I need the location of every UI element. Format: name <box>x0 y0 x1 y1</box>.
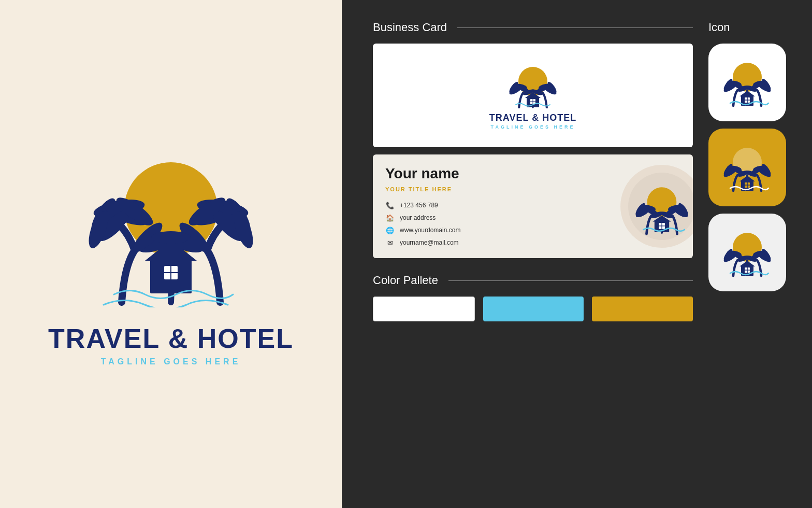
main-brand-name: TRAVEL & HOTEL <box>48 323 294 354</box>
color-section-divider <box>448 280 693 281</box>
mail-icon: ✉ <box>385 238 395 247</box>
main-logo-graphic <box>72 142 269 307</box>
business-card-title: Business Card <box>373 21 447 34</box>
card-front-brand: TRAVEL & HOTEL <box>489 112 576 123</box>
main-tagline: TAGLINE GOES HERE <box>101 357 241 366</box>
svg-marker-101 <box>740 261 755 266</box>
color-swatch-blue <box>483 297 584 321</box>
color-palette-header: Color Pallete <box>373 274 693 287</box>
home-icon: 🏠 <box>385 213 395 222</box>
card-website: 🌐 www.yourdomain.com <box>385 225 460 235</box>
icon-section-title: Icon <box>708 21 730 34</box>
left-panel: TRAVEL & HOTEL TAGLINE GOES HERE <box>0 0 342 508</box>
section-divider <box>457 27 693 28</box>
business-card-front: TRAVEL & HOTEL TAGLINE GOES HERE <box>373 44 693 147</box>
card-back-info: Your name YOUR TITLE HERE 📞 +123 456 789… <box>385 165 460 247</box>
phone-icon: 📞 <box>385 201 395 210</box>
svg-marker-85 <box>740 176 755 181</box>
business-card-back: Your name YOUR TITLE HERE 📞 +123 456 789… <box>373 154 693 258</box>
color-swatch-gold <box>592 297 693 321</box>
globe-icon: 🌐 <box>385 225 395 235</box>
color-swatches <box>373 297 693 321</box>
card-address: 🏠 your address <box>385 213 460 222</box>
right-main-content: Business Card <box>373 21 693 492</box>
color-palette-title: Color Pallete <box>373 274 438 287</box>
icon-box-white-2 <box>708 214 786 291</box>
icons-sidebar: Icon <box>708 21 791 492</box>
card-front-tagline: TAGLINE GOES HERE <box>491 124 575 130</box>
card-back-title: YOUR TITLE HERE <box>385 186 460 192</box>
right-panel: Business Card <box>342 0 812 508</box>
icon-section-header: Icon <box>708 21 791 34</box>
card-back-name: Your name <box>385 165 460 182</box>
color-palette-section: Color Pallete <box>373 274 693 321</box>
color-swatch-white <box>373 297 475 321</box>
business-card-section-header: Business Card <box>373 21 693 34</box>
card-phone: 📞 +123 456 789 <box>385 201 460 210</box>
icon-box-white <box>708 44 786 121</box>
main-logo: TRAVEL & HOTEL TAGLINE GOES HERE <box>48 142 294 366</box>
card-back-logo-circle <box>620 165 693 248</box>
card-front-logo <box>504 62 561 108</box>
card-email: ✉ yourname@mail.com <box>385 238 460 247</box>
svg-marker-69 <box>740 91 755 96</box>
icon-box-gold <box>708 129 786 206</box>
